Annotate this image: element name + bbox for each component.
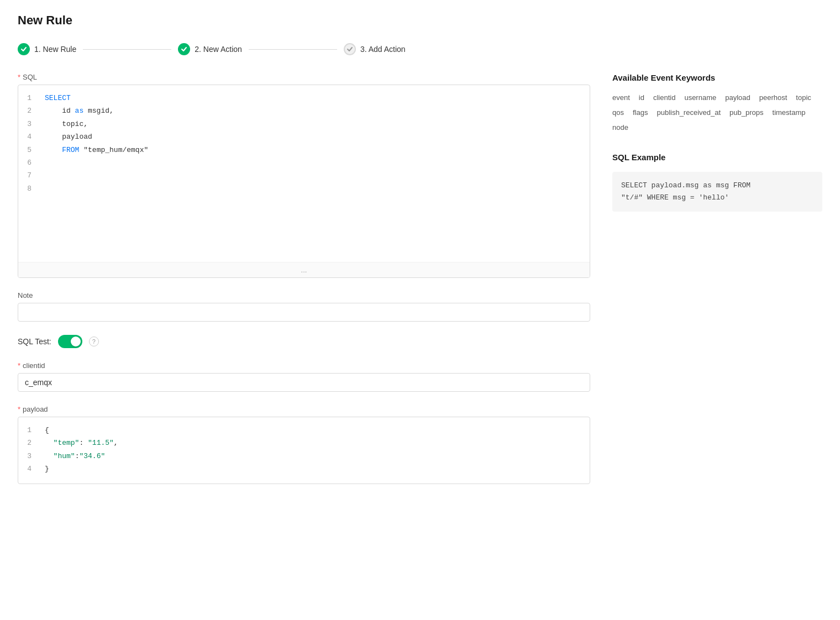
left-panel: *SQL 1 2 3 4 5 6 7 8 — [18, 73, 590, 497]
step-1-label: 1. New Rule — [34, 45, 76, 54]
keyword-clientid: clientid — [653, 92, 675, 103]
keyword-qos: qos — [612, 107, 624, 118]
note-input[interactable] — [18, 303, 590, 322]
step-1-icon — [18, 43, 30, 55]
sql-line-2: id as msgid, — [45, 104, 585, 117]
keyword-topic: topic — [796, 92, 811, 103]
sql-line-4: payload — [45, 130, 585, 143]
step-new-rule: 1. New Rule — [18, 43, 76, 55]
sql-label: *SQL — [18, 73, 590, 81]
toggle-thumb — [71, 337, 81, 346]
clientid-required-marker: * — [18, 361, 20, 370]
keyword-timestamp: timestamp — [773, 107, 806, 118]
keywords-title: Available Event Keywords — [612, 73, 822, 82]
sql-line-3: topic, — [45, 118, 585, 130]
keywords-section: Available Event Keywords event id client… — [612, 73, 822, 133]
payload-field-section: *payload 1 2 3 4 { "temp": "11.5", — [18, 405, 590, 484]
keyword-peerhost: peerhost — [759, 92, 788, 103]
note-field-section: Note — [18, 291, 590, 322]
sql-editor-footer: ... — [18, 262, 590, 277]
help-icon[interactable]: ? — [89, 337, 99, 346]
page-title: New Rule — [18, 13, 822, 28]
sql-line-1: SELECT — [45, 92, 585, 104]
step-add-action: 3. Add Action — [344, 43, 406, 55]
payload-editor[interactable]: 1 2 3 4 { "temp": "11.5", "hum":"34.6" } — [18, 417, 590, 484]
sql-test-row: SQL Test: ? — [18, 335, 590, 348]
payload-editor-content[interactable]: 1 2 3 4 { "temp": "11.5", "hum":"34.6" } — [18, 417, 590, 484]
payload-line-1: { — [45, 424, 585, 437]
payload-label: *payload — [18, 405, 590, 413]
keyword-id: id — [639, 92, 644, 103]
sql-code-content[interactable]: SELECT id as msgid, topic, payload FROM … — [40, 92, 590, 255]
payload-required-marker: * — [18, 405, 20, 413]
clientid-label: *clientid — [18, 361, 590, 370]
payload-line-4: } — [45, 463, 585, 475]
clientid-input[interactable] — [18, 373, 590, 392]
payload-line-numbers: 1 2 3 4 — [18, 424, 40, 477]
payload-line-2: "temp": "11.5", — [45, 437, 585, 449]
sql-line-numbers: 1 2 3 4 5 6 7 8 — [18, 92, 40, 255]
stepper: 1. New Rule 2. New Action 3. Add Action — [18, 43, 822, 55]
step-2-icon — [178, 43, 190, 55]
step-3-icon — [344, 43, 356, 55]
sql-example-line2: "t/#" WHERE msg = 'hello' — [621, 192, 813, 204]
sql-editor-content[interactable]: 1 2 3 4 5 6 7 8 SELECT id as msgid, — [18, 85, 590, 262]
right-panel: Available Event Keywords event id client… — [612, 73, 822, 232]
keyword-pub-props: pub_props — [729, 107, 763, 118]
sql-example-box: SELECT payload.msg as msg FROM "t/#" WHE… — [612, 172, 822, 212]
step-3-label: 3. Add Action — [360, 45, 406, 54]
payload-line-3: "hum":"34.6" — [45, 450, 585, 463]
keyword-publish-received-at: publish_received_at — [657, 107, 721, 118]
sql-example-line1: SELECT payload.msg as msg FROM — [621, 180, 813, 192]
keyword-node: node — [612, 122, 628, 133]
sql-test-label: SQL Test: — [18, 337, 51, 346]
keyword-payload: payload — [725, 92, 750, 103]
sql-field-section: *SQL 1 2 3 4 5 6 7 8 — [18, 73, 590, 278]
clientid-field-section: *clientid — [18, 361, 590, 392]
keyword-flags: flags — [633, 107, 648, 118]
sql-example-title: SQL Example — [612, 153, 822, 162]
keyword-event: event — [612, 92, 630, 103]
sql-test-toggle[interactable] — [58, 335, 82, 348]
toggle-track — [58, 335, 82, 348]
step-2-label: 2. New Action — [195, 45, 242, 54]
sql-required-marker: * — [18, 73, 20, 81]
sql-editor[interactable]: 1 2 3 4 5 6 7 8 SELECT id as msgid, — [18, 85, 590, 278]
step-new-action: 2. New Action — [178, 43, 242, 55]
payload-code-content[interactable]: { "temp": "11.5", "hum":"34.6" } — [40, 424, 590, 477]
note-label: Note — [18, 291, 590, 300]
keyword-username: username — [684, 92, 716, 103]
step-divider-2 — [249, 49, 337, 50]
sql-example-section: SQL Example SELECT payload.msg as msg FR… — [612, 153, 822, 212]
step-divider-1 — [83, 49, 171, 50]
keywords-grid: event id clientid username payload peerh… — [612, 92, 822, 133]
sql-line-6: FROM "temp_hum/emqx" — [45, 144, 585, 156]
